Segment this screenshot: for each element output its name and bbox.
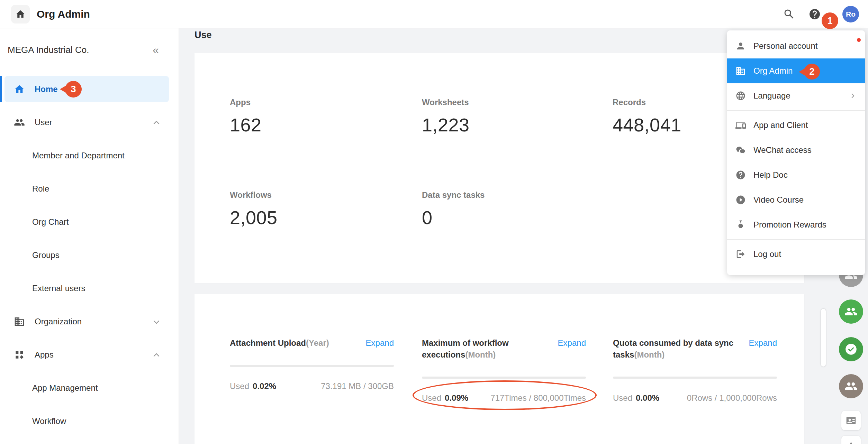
sidebar-item-apps[interactable]: Apps xyxy=(0,338,179,371)
sidebar-item-app-management[interactable]: App Management xyxy=(0,371,179,405)
usage-title-text: Quota consumed by data sync tasks xyxy=(613,338,733,359)
used-label: Used xyxy=(230,381,249,391)
sidebar-item-label: Role xyxy=(32,184,49,194)
stat-label: Workflows xyxy=(230,190,422,200)
menu-item-label: Org Admin xyxy=(753,66,793,76)
stat-value: 2,005 xyxy=(230,207,422,228)
active-accent-bar xyxy=(0,76,2,102)
usage-values: Used 0.00% 0Rows / 1,000,000Rows xyxy=(613,393,777,403)
sidebar-item-groups[interactable]: Groups xyxy=(0,239,179,272)
annotation-step-2: 2 xyxy=(804,64,820,80)
section-title-use: Use xyxy=(195,30,212,40)
usage-header: Attachment Upload(Year) Expand xyxy=(230,337,394,349)
scrollbar-thumb[interactable] xyxy=(821,309,826,367)
menu-item-help-doc[interactable]: Help Doc xyxy=(727,163,865,187)
sidebar-item-label: User xyxy=(35,118,52,127)
sidebar-item-user[interactable]: User xyxy=(0,106,179,139)
expand-link[interactable]: Expand xyxy=(749,337,777,349)
floating-button-contact-card[interactable] xyxy=(841,411,861,430)
menu-item-personal-account[interactable]: Personal account xyxy=(727,34,865,58)
menu-item-label: Video Course xyxy=(753,195,804,205)
floating-button-team[interactable] xyxy=(839,374,863,398)
sidebar-item-role[interactable]: Role xyxy=(0,172,179,205)
menu-item-label: App and Client xyxy=(753,120,808,130)
sidebar-item-external-users[interactable]: External users xyxy=(0,272,179,305)
stat-label: Worksheets xyxy=(422,98,613,107)
stats-grid: Apps 162 Worksheets 1,223 Records 448,04… xyxy=(195,53,804,228)
avatar[interactable]: Ro xyxy=(842,6,859,22)
sidebar-item-workflow[interactable]: Workflow xyxy=(0,405,179,438)
chevron-up-icon[interactable] xyxy=(152,118,161,128)
sidebar-item-org-chart[interactable]: Org Chart xyxy=(0,205,179,239)
sidebar-item-label: Org Chart xyxy=(32,217,69,227)
sidebar-collapse-button[interactable]: « xyxy=(153,44,159,56)
page-title: Org Admin xyxy=(37,8,90,20)
chevron-down-icon[interactable] xyxy=(152,317,161,327)
stat-data-sync-tasks: Data sync tasks 0 xyxy=(422,190,613,228)
sidebar-nav: Home User Member and Department Role Org… xyxy=(0,73,179,438)
floating-button-check[interactable] xyxy=(839,337,863,361)
sidebar: MEGA Industrial Co. « Home User Member a… xyxy=(0,28,179,444)
stat-label: Data sync tasks xyxy=(422,190,613,200)
globe-icon xyxy=(735,91,746,101)
organization-icon xyxy=(14,316,25,327)
home-icon xyxy=(15,9,26,19)
usage-header: Quota consumed by data sync tasks(Month)… xyxy=(613,337,777,361)
home-button[interactable] xyxy=(11,5,30,24)
sidebar-item-label: App Management xyxy=(32,383,98,393)
play-icon xyxy=(735,195,746,205)
menu-item-label: Promotion Rewards xyxy=(753,220,826,230)
menu-item-video-course[interactable]: Video Course xyxy=(727,187,865,212)
logout-icon xyxy=(735,249,746,259)
menu-item-promotion-rewards[interactable]: Promotion Rewards xyxy=(727,212,865,237)
help-icon[interactable] xyxy=(808,8,821,20)
person-icon xyxy=(735,41,746,51)
sidebar-item-member-and-department[interactable]: Member and Department xyxy=(0,139,179,172)
wechat-icon xyxy=(735,145,746,155)
expand-link[interactable]: Expand xyxy=(366,337,394,349)
menu-divider xyxy=(727,239,865,240)
org-name: MEGA Industrial Co. xyxy=(8,45,89,55)
stat-apps: Apps 162 xyxy=(230,98,422,136)
menu-item-wechat-access[interactable]: WeChat access xyxy=(727,138,865,163)
usage-header: Maximum of workflow executions(Month) Ex… xyxy=(422,337,586,361)
annotation-number: 3 xyxy=(71,84,76,95)
users-icon xyxy=(844,305,858,318)
usage-title-suffix: (Month) xyxy=(634,350,664,359)
used-value: 0.02% xyxy=(253,381,276,391)
sidebar-item-label: Apps xyxy=(35,350,54,360)
usage-title: Attachment Upload(Year) xyxy=(230,337,329,349)
stat-label: Apps xyxy=(230,98,422,107)
sidebar-item-home[interactable]: Home xyxy=(0,73,179,106)
menu-item-label: Help Doc xyxy=(753,170,788,180)
progress-bar xyxy=(230,365,394,367)
menu-item-org-admin[interactable]: Org Admin xyxy=(727,58,865,83)
sidebar-item-label: External users xyxy=(32,284,85,293)
menu-item-app-and-client[interactable]: App and Client xyxy=(727,113,865,138)
menu-item-label: Log out xyxy=(753,249,781,259)
usage-title: Quota consumed by data sync tasks(Month) xyxy=(613,337,749,361)
stat-value: 162 xyxy=(230,114,422,136)
stat-worksheets: Worksheets 1,223 xyxy=(422,98,613,136)
menu-item-log-out[interactable]: Log out xyxy=(727,242,865,267)
annotation-number: 2 xyxy=(809,66,814,77)
menu-item-language[interactable]: Language xyxy=(727,83,865,108)
stat-value: 1,223 xyxy=(422,114,613,136)
usage-quota: 717Times / 800,000Times xyxy=(490,393,586,403)
used-label: Used xyxy=(422,393,441,403)
header: Org Admin Ro xyxy=(0,0,868,28)
sidebar-item-organization[interactable]: Organization xyxy=(0,305,179,338)
apps-icon xyxy=(14,349,25,360)
expand-link[interactable]: Expand xyxy=(558,337,586,349)
menu-divider xyxy=(727,110,865,111)
floating-button-group[interactable] xyxy=(839,299,863,324)
contact-card-icon xyxy=(846,415,857,426)
annotation-step-1: 1 xyxy=(822,12,838,29)
used-label: Used xyxy=(613,393,632,403)
medal-icon xyxy=(735,220,746,230)
annotation-arrow xyxy=(60,86,66,93)
floating-button-text[interactable] xyxy=(841,436,861,444)
usage-values: Used 0.09% 717Times / 800,000Times xyxy=(422,393,586,403)
search-icon[interactable] xyxy=(783,8,795,20)
chevron-up-icon[interactable] xyxy=(152,350,161,360)
